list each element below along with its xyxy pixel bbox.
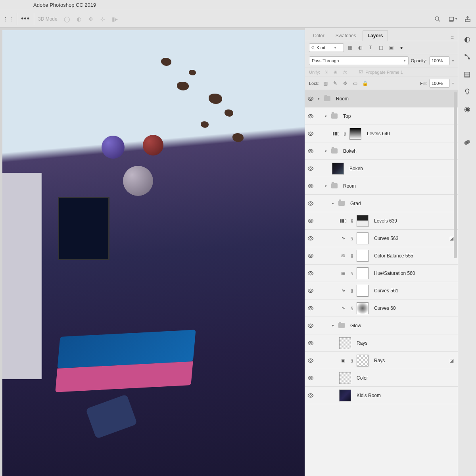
visibility-toggle[interactable] xyxy=(305,235,316,242)
layer-name[interactable]: Top xyxy=(343,113,351,119)
kind-filter[interactable]: ▾ xyxy=(309,43,344,52)
paths-panel-icon[interactable] xyxy=(463,52,472,61)
twisty-icon[interactable]: ▾ xyxy=(332,324,336,328)
search-icon[interactable] xyxy=(433,15,442,23)
color-panel-icon[interactable]: ◐ xyxy=(463,35,472,44)
visibility-toggle[interactable] xyxy=(305,96,316,102)
layer-name[interactable]: Levels 639 xyxy=(374,218,397,224)
lock-all-icon[interactable]: 🔒 xyxy=(361,80,369,87)
layer-name[interactable]: Room xyxy=(343,183,356,189)
filter-smart-icon[interactable]: ▣ xyxy=(388,44,395,51)
layer-thumbnail[interactable] xyxy=(332,163,344,175)
layer-row[interactable]: Rays xyxy=(305,334,458,352)
layer-name[interactable]: Rays xyxy=(357,340,367,346)
layer-row[interactable]: ∿§Curves 563◪ xyxy=(305,230,458,247)
lock-transparency-icon[interactable]: ▨ xyxy=(322,80,329,87)
fill-input[interactable]: 100% xyxy=(429,79,450,88)
tab-swatches[interactable]: Swatches xyxy=(331,31,361,41)
layer-mask-thumbnail[interactable] xyxy=(357,232,369,244)
twisty-icon[interactable]: ▾ xyxy=(332,202,336,205)
unify-visibility-icon[interactable]: ◉ xyxy=(332,69,339,75)
visibility-toggle[interactable] xyxy=(305,131,316,137)
link-icon[interactable]: § xyxy=(349,219,354,223)
layer-row[interactable]: ▾Top xyxy=(305,107,458,125)
layer-row[interactable]: ▾Bokeh xyxy=(305,142,458,160)
unify-position-icon[interactable]: ⇲ xyxy=(322,69,330,75)
link-icon[interactable]: § xyxy=(349,271,354,276)
layer-name[interactable]: Curves 561 xyxy=(374,288,398,294)
learn-panel-icon[interactable]: ▤ xyxy=(463,70,472,79)
layer-name[interactable]: Curves 563 xyxy=(374,236,398,241)
layer-thumbnail[interactable] xyxy=(339,372,351,384)
slide-icon[interactable]: ⊹ xyxy=(98,15,107,23)
orbit-icon[interactable]: ◯ xyxy=(63,15,71,23)
layer-row[interactable]: ▾Room xyxy=(305,177,458,195)
twisty-icon[interactable]: ▾ xyxy=(325,114,329,118)
visibility-toggle[interactable] xyxy=(305,200,316,207)
layer-mask-thumbnail[interactable] xyxy=(357,267,369,279)
screen-mode-icon[interactable]: ▾ xyxy=(448,15,457,23)
opacity-caret[interactable]: ▾ xyxy=(452,59,454,63)
link-icon[interactable]: § xyxy=(349,306,354,311)
layer-name[interactable]: Rays xyxy=(374,358,385,363)
layers-list[interactable]: ▾Room▾Top▮▮▯§Levels 640▾BokehBokeh▾Room▾… xyxy=(305,90,458,476)
zoom-icon[interactable]: ▮▸ xyxy=(110,15,119,23)
twisty-icon[interactable]: ▾ xyxy=(325,184,329,188)
visibility-toggle[interactable] xyxy=(305,357,316,364)
layer-mask-thumbnail[interactable] xyxy=(357,302,369,314)
canvas-area[interactable] xyxy=(0,28,305,476)
scrollbar[interactable] xyxy=(454,92,457,258)
layer-row[interactable]: ▾Grad xyxy=(305,195,458,212)
layer-row[interactable]: ∿§Curves 561 xyxy=(305,282,458,299)
layer-name[interactable]: Grad xyxy=(350,201,361,206)
layer-mask-thumbnail[interactable] xyxy=(357,285,369,297)
visibility-toggle[interactable] xyxy=(305,340,316,346)
filter-toggle-icon[interactable]: ● xyxy=(398,44,405,51)
layer-mask-thumbnail[interactable] xyxy=(349,128,361,140)
layer-name[interactable]: Hue/Saturation 560 xyxy=(374,271,415,276)
twisty-icon[interactable]: ▾ xyxy=(318,97,322,101)
link-icon[interactable]: § xyxy=(349,358,354,363)
link-icon[interactable]: § xyxy=(349,253,354,258)
layer-name[interactable]: Levels 640 xyxy=(367,131,390,136)
visibility-toggle[interactable] xyxy=(305,218,316,224)
layer-name[interactable]: Bokeh xyxy=(343,148,357,154)
lock-position-icon[interactable]: ✥ xyxy=(342,80,349,87)
layer-row[interactable]: ▾Glow xyxy=(305,317,458,334)
tips-icon[interactable] xyxy=(463,87,472,96)
layer-thumbnail[interactable] xyxy=(339,337,351,349)
layer-name[interactable]: Color Balance 555 xyxy=(374,253,413,259)
lock-artboard-icon[interactable]: ▭ xyxy=(351,80,359,87)
layer-mask-thumbnail[interactable] xyxy=(357,355,369,367)
visibility-toggle[interactable] xyxy=(305,113,316,119)
opacity-input[interactable]: 100% xyxy=(429,56,450,65)
document-canvas[interactable] xyxy=(2,30,305,476)
kind-input[interactable] xyxy=(317,45,333,50)
visibility-toggle[interactable] xyxy=(305,288,316,294)
layer-row[interactable]: ▾Room xyxy=(305,90,458,107)
layer-row[interactable]: Color xyxy=(305,369,458,387)
filter-type-icon[interactable]: T xyxy=(367,44,374,51)
link-icon[interactable]: § xyxy=(349,288,354,293)
layer-mask-thumbnail[interactable] xyxy=(357,215,369,227)
fill-caret[interactable]: ▾ xyxy=(452,82,454,85)
layer-row[interactable]: ▮▮▯§Levels 640 xyxy=(305,125,458,142)
layer-name[interactable]: Curves 60 xyxy=(374,305,396,311)
visibility-toggle[interactable] xyxy=(305,253,316,259)
visibility-toggle[interactable] xyxy=(305,392,316,399)
blend-mode-select[interactable]: Pass Through ▾ xyxy=(309,56,409,65)
visibility-toggle[interactable] xyxy=(305,305,316,311)
layer-row[interactable]: ∿§Curves 60 xyxy=(305,299,458,317)
layer-row[interactable]: ⚖§Color Balance 555 xyxy=(305,247,458,265)
adjustments-icon[interactable] xyxy=(463,138,472,147)
layer-row[interactable]: ▦§Hue/Saturation 560 xyxy=(305,265,458,282)
propagate-checkbox[interactable]: ☑ xyxy=(359,69,363,75)
layer-row[interactable]: Kid's Room xyxy=(305,387,458,404)
layer-name[interactable]: Color xyxy=(357,375,368,381)
visibility-toggle[interactable] xyxy=(305,322,316,329)
panel-menu-icon[interactable]: ≡ xyxy=(451,35,454,41)
layer-row[interactable]: ▮▮▯§Levels 639 xyxy=(305,212,458,230)
layer-name[interactable]: Room xyxy=(336,96,349,102)
grip-icon[interactable]: ⋮⋮ xyxy=(4,15,13,23)
twisty-icon[interactable]: ▾ xyxy=(325,149,329,153)
